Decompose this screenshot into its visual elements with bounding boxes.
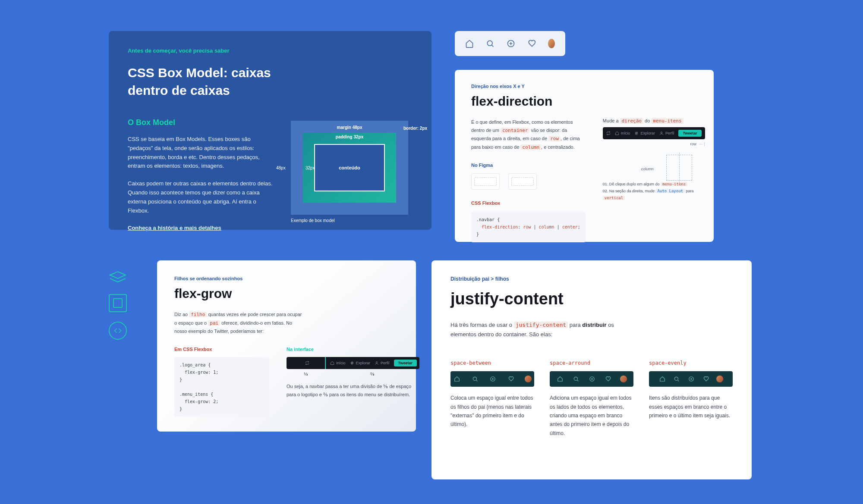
heart-icon — [507, 375, 515, 383]
margin-value: 48px — [276, 166, 286, 170]
eyebrow: Filhos se ordenando sozinhos — [174, 276, 399, 281]
code-label: space-evenly — [649, 360, 733, 366]
card-title: flex-direction — [471, 94, 697, 109]
navbar-dark-row: Início Explorar Perfil Tweetar — [603, 127, 705, 139]
code-block: .navbar { flex-direction: row | column |… — [471, 212, 586, 242]
heart-icon[interactable] — [527, 39, 536, 48]
instruction: Mude a direção do menu-itens — [603, 118, 705, 124]
add-icon — [588, 375, 596, 383]
border-label: border: 2px — [403, 126, 427, 131]
heart-icon — [604, 375, 612, 383]
demo-bar — [649, 371, 733, 387]
svg-point-0 — [487, 41, 492, 46]
card-flex-direction: Direção nos eixos X e Y flex-direction É… — [455, 70, 714, 242]
description: Adiciona um espaço igual em todos os lad… — [550, 394, 633, 438]
logo-area — [289, 357, 326, 369]
home-icon — [658, 375, 666, 383]
avatar — [620, 376, 627, 382]
add-icon — [687, 375, 695, 383]
description: Itens são distribuídos para que esses es… — [649, 394, 733, 420]
search-icon[interactable] — [486, 39, 494, 48]
column-preview — [666, 155, 692, 181]
card-justify-content: Distribuição pai > filhos justify-conten… — [432, 260, 752, 479]
code-icon[interactable] — [109, 322, 127, 340]
search-icon — [572, 375, 580, 383]
css-label: Em CSS Flexbox — [174, 347, 269, 352]
card-title: justify-content — [450, 290, 733, 308]
fractions: ⅓ ⅔ — [287, 372, 419, 376]
explanation: Ou seja, a navbar passa a ter uma divisã… — [287, 382, 419, 398]
css-label: CSS Flexbox — [471, 199, 586, 207]
search-icon — [673, 375, 680, 383]
eyebrow: Direção nos eixos X e Y — [471, 84, 697, 89]
tweet-button[interactable]: Tweetar — [678, 130, 701, 137]
svg-point-4 — [473, 377, 476, 381]
card-title: flex-grow — [174, 286, 399, 301]
nav-item-home[interactable]: Início — [615, 131, 630, 135]
code-label: space-between — [450, 360, 534, 366]
svg-point-2 — [661, 132, 662, 133]
home-icon — [453, 375, 461, 383]
card-title: CSS Box Model: caixas dentro de caixas — [128, 64, 279, 99]
eyebrow: Antes de começar, você precisa saber — [128, 47, 413, 54]
layers-icon[interactable] — [109, 271, 127, 285]
svg-point-3 — [376, 362, 377, 363]
heart-icon — [702, 375, 710, 383]
nav-item-home[interactable]: Início — [330, 361, 346, 365]
side-icons — [109, 271, 127, 340]
description: Coloca um espaço igual entre todos os fi… — [450, 394, 534, 429]
steps: 01. Dê clique duplo em algum do menu-ite… — [603, 181, 705, 202]
nav-item-profile[interactable]: Perfil — [375, 361, 390, 365]
card-box-model: Antes de começar, você precisa saber CSS… — [109, 31, 432, 230]
code-block: .logo_area { flex-grow: 1; } .menu_itens… — [174, 357, 269, 417]
demo-bar — [550, 371, 633, 387]
figma-preview — [471, 173, 586, 190]
retweet-icon — [606, 131, 611, 135]
box-icon[interactable] — [109, 294, 127, 312]
svg-point-6 — [574, 377, 578, 381]
row-label: row — [690, 142, 696, 146]
justify-column-between: space-between Coloca um espaço igual ent… — [450, 360, 534, 438]
nav-item-explore[interactable]: Explorar — [350, 361, 371, 365]
justify-column-around: space-arround Adiciona um espaço igual e… — [550, 360, 633, 438]
navbar-mini — [455, 31, 565, 56]
svg-point-8 — [675, 377, 678, 381]
search-icon — [471, 375, 479, 383]
card-flex-grow: Filhos se ordenando sozinhos flex-grow D… — [157, 260, 416, 432]
paragraph: CSS se baseia em Box Models. Esses boxes… — [128, 135, 274, 171]
margin-label: margin 48px — [337, 125, 362, 130]
avatar — [716, 376, 723, 382]
paragraph: É o que define, em Flexbox, como os elem… — [471, 118, 586, 152]
nav-item-explore[interactable]: Explorar — [634, 131, 655, 135]
eyebrow: Distribuição pai > filhos — [450, 276, 733, 282]
add-icon — [489, 375, 497, 383]
padding-value: 32px — [306, 166, 315, 170]
tweet-button[interactable]: Tweetar — [394, 360, 417, 366]
intro: Há três formas de usar o justify-content… — [450, 320, 632, 339]
figma-label: No Figma — [471, 161, 586, 169]
intro: Diz ao filho quantas vezes ele pode cres… — [174, 310, 304, 335]
avatar[interactable] — [548, 39, 555, 48]
code-label: space-arround — [550, 360, 633, 366]
justify-column-evenly: space-evenly Itens são distribuídos para… — [649, 360, 733, 438]
navbar-dark-grow: Início Explorar Perfil Tweetar — [287, 357, 419, 369]
padding-label: padding 32px — [336, 135, 363, 139]
interface-label: Na interface — [287, 347, 419, 352]
add-icon[interactable] — [507, 39, 515, 48]
demo-bar — [450, 371, 534, 387]
home-icon — [556, 375, 564, 383]
box-model-diagram: margin 48px border: 2px 48px padding 32p… — [291, 121, 408, 215]
nav-item-profile[interactable]: Perfil — [659, 131, 674, 135]
subtitle: O Box Model — [128, 118, 274, 127]
home-icon[interactable] — [465, 39, 474, 48]
learn-more-link[interactable]: Conheça a história e mais detalhes — [128, 225, 221, 231]
avatar — [525, 376, 532, 382]
content-label: conteúdo — [339, 165, 360, 170]
paragraph: Caixas podem ter outras caixas e element… — [128, 179, 274, 215]
caption: Exemplo de box model — [291, 218, 408, 223]
